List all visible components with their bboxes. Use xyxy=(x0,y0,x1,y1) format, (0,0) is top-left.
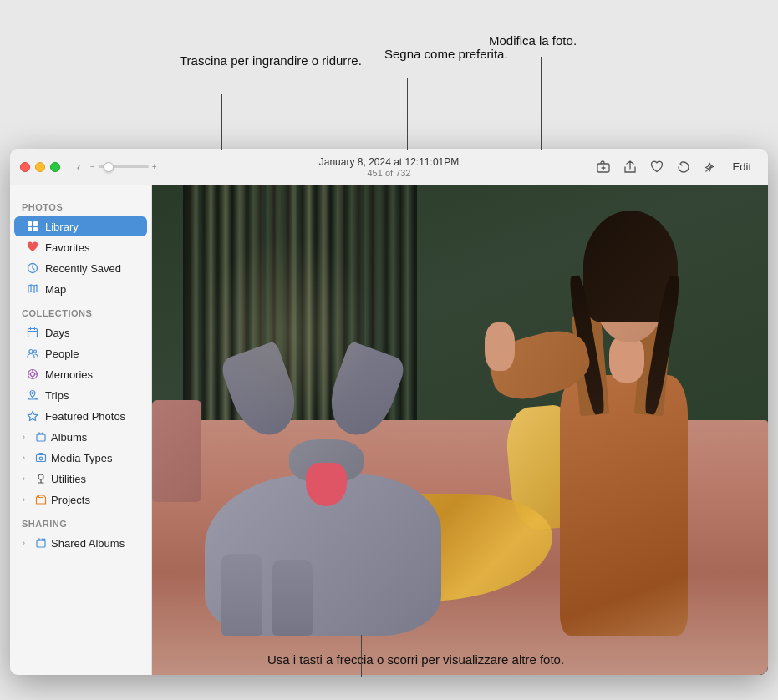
edit-button[interactable]: Edit xyxy=(726,158,758,175)
svg-rect-4 xyxy=(33,227,38,231)
sidebar-item-label-projects: Projects xyxy=(51,494,90,506)
svg-point-10 xyxy=(31,373,35,377)
photo-area xyxy=(152,185,768,675)
photo-count: 451 of 732 xyxy=(319,168,459,178)
sidebar-item-label-albums: Albums xyxy=(51,431,87,444)
titlebar: ‹ − + January 8, 2024 at 12:11:01PM 451 … xyxy=(10,149,768,185)
callout-edit-line xyxy=(541,57,542,150)
svg-rect-16 xyxy=(37,540,45,547)
zoom-minus-icon: − xyxy=(90,162,95,171)
recently-saved-icon xyxy=(26,261,39,275)
sidebar-item-media-types[interactable]: › Media Types xyxy=(14,448,147,468)
sidebar-item-map[interactable]: Map xyxy=(14,279,147,299)
projects-icon xyxy=(34,493,48,506)
shared-albums-icon xyxy=(34,536,48,550)
zoom-plus-icon: + xyxy=(152,162,157,171)
callout-zoom-line xyxy=(221,94,222,150)
featured-photos-icon xyxy=(26,409,39,423)
callout-drag-zoom: Trascina per ingrandire o ridurre. xyxy=(180,52,362,69)
sidebar-item-memories[interactable]: Memories xyxy=(14,364,147,384)
people-icon xyxy=(26,347,39,360)
svg-point-15 xyxy=(39,457,43,460)
girl xyxy=(540,235,737,637)
main-window: ‹ − + January 8, 2024 at 12:11:01PM 451 … xyxy=(10,149,768,675)
svg-point-17 xyxy=(43,539,46,541)
map-icon xyxy=(26,282,39,296)
svg-point-8 xyxy=(34,350,37,353)
sidebar-item-label-trips: Trips xyxy=(45,389,69,402)
media-types-expand-arrow: › xyxy=(23,454,31,462)
sidebar-item-recently-saved[interactable]: Recently Saved xyxy=(14,258,147,278)
sidebar-item-label-favorites: Favorites xyxy=(45,241,89,254)
add-to-album-button[interactable] xyxy=(592,156,614,178)
sidebar-item-utilities[interactable]: › Utilities xyxy=(14,469,147,489)
svg-rect-13 xyxy=(37,434,45,441)
sidebar-item-label-days: Days xyxy=(45,327,70,339)
sidebar-item-trips[interactable]: Trips xyxy=(14,385,147,405)
days-icon xyxy=(26,326,39,339)
content-area: Photos Library F xyxy=(10,185,768,675)
sidebar-item-label-utilities: Utilities xyxy=(51,473,86,485)
share-button[interactable] xyxy=(619,156,641,178)
memories-icon xyxy=(26,368,39,381)
svg-point-11 xyxy=(32,393,33,394)
callout-favorite-line xyxy=(407,78,408,150)
trips-icon xyxy=(26,388,39,402)
shared-albums-expand-arrow: › xyxy=(23,539,31,547)
fullscreen-button[interactable] xyxy=(50,162,60,172)
sidebar-item-label-people: People xyxy=(45,347,79,360)
close-button[interactable] xyxy=(20,162,30,172)
utilities-icon xyxy=(34,472,48,485)
section-label-collections: Collections xyxy=(10,300,151,322)
sidebar-item-label-shared-albums: Shared Albums xyxy=(51,537,125,550)
sidebar-item-label-memories: Memories xyxy=(45,368,93,381)
svg-rect-1 xyxy=(28,221,32,226)
sidebar: Photos Library F xyxy=(10,185,152,675)
sidebar-item-people[interactable]: People xyxy=(14,343,147,363)
zoom-slider[interactable] xyxy=(99,165,149,168)
photo-canvas xyxy=(152,185,768,675)
sidebar-item-label-media-types: Media Types xyxy=(51,452,112,464)
traffic-lights xyxy=(10,162,60,172)
section-label-photos: Photos xyxy=(10,194,151,216)
svg-marker-12 xyxy=(28,412,38,421)
sidebar-item-label-recently-saved: Recently Saved xyxy=(45,262,121,275)
library-icon xyxy=(26,220,39,233)
sidebar-item-favorites[interactable]: Favorites xyxy=(14,237,147,257)
back-button[interactable]: ‹ xyxy=(70,159,87,175)
rotate-button[interactable] xyxy=(673,156,694,178)
sidebar-item-featured-photos[interactable]: Featured Photos xyxy=(14,406,147,426)
zoom-slider-area: − + xyxy=(87,162,157,171)
sidebar-item-albums[interactable]: › Albums xyxy=(14,427,147,447)
callout-edit-photo: Modifica la foto. xyxy=(489,32,577,49)
titlebar-center: January 8, 2024 at 12:11:01PM 451 of 732 xyxy=(319,156,459,178)
sidebar-item-projects[interactable]: › Projects xyxy=(14,489,147,510)
sidebar-item-library[interactable]: Library xyxy=(14,216,147,236)
favorites-icon xyxy=(26,241,39,254)
sidebar-item-days[interactable]: Days xyxy=(14,322,147,342)
svg-rect-6 xyxy=(28,329,38,337)
photo-date: January 8, 2024 at 12:11:01PM xyxy=(319,156,459,168)
sidebar-item-label-library: Library xyxy=(45,221,79,233)
svg-point-7 xyxy=(29,350,33,353)
albums-expand-arrow: › xyxy=(23,433,31,441)
favorite-button[interactable] xyxy=(646,156,668,178)
auto-enhance-button[interactable] xyxy=(699,156,721,178)
callout-mark-favorite: Segna come preferita. xyxy=(384,45,508,63)
albums-icon xyxy=(34,430,48,444)
svg-rect-3 xyxy=(28,227,32,231)
zoom-slider-thumb[interactable] xyxy=(104,162,114,172)
section-label-sharing: Sharing xyxy=(10,510,151,532)
nav-buttons: ‹ xyxy=(60,159,87,175)
svg-rect-2 xyxy=(33,221,38,226)
sidebar-item-label-featured-photos: Featured Photos xyxy=(45,410,125,423)
sidebar-item-label-map: Map xyxy=(45,283,66,296)
titlebar-actions: Edit xyxy=(592,156,768,178)
sidebar-item-shared-albums[interactable]: › Shared Albums xyxy=(14,533,147,553)
projects-expand-arrow: › xyxy=(23,495,31,504)
utilities-expand-arrow: › xyxy=(23,474,31,483)
minimize-button[interactable] xyxy=(35,162,45,172)
media-types-icon xyxy=(34,451,48,464)
